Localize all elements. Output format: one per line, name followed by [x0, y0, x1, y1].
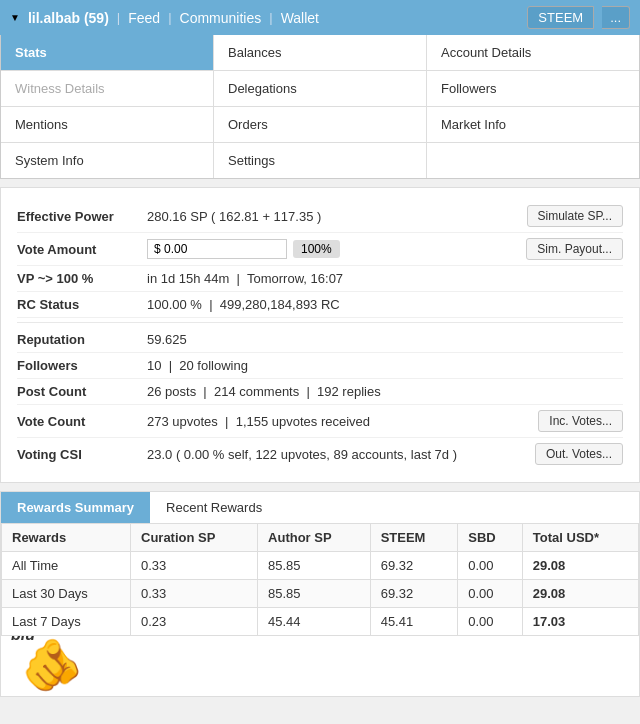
sim-payout-button[interactable]: Sim. Payout... [526, 238, 623, 260]
menu-row-1: Stats Balances Account Details [1, 35, 639, 71]
menu-stats[interactable]: Stats [1, 35, 214, 70]
cell-rewards-label: Last 7 Days [2, 608, 131, 636]
menu-system-info[interactable]: System Info [1, 143, 214, 178]
col-header-curation-sp: Curation SP [131, 524, 258, 552]
table-row: Last 30 Days 0.33 85.85 69.32 0.00 29.08 [2, 580, 639, 608]
cell-sbd: 0.00 [458, 608, 523, 636]
stat-value-followers: 10 | 20 following [147, 358, 623, 373]
menu-followers[interactable]: Followers [427, 71, 639, 106]
cell-author-sp: 85.85 [258, 580, 371, 608]
menu-account-details[interactable]: Account Details [427, 35, 639, 70]
stat-label-reputation: Reputation [17, 332, 147, 347]
menu-grid: Stats Balances Account Details Witness D… [0, 35, 640, 179]
rewards-table: Rewards Curation SP Author SP STEEM SBD … [1, 523, 639, 636]
vote-percent: 100% [293, 240, 340, 258]
vote-amount-input[interactable] [147, 239, 287, 259]
cell-curation-sp: 0.33 [131, 580, 258, 608]
more-button[interactable]: ... [602, 6, 630, 29]
recent-rewards-button[interactable]: Recent Rewards [150, 492, 278, 523]
menu-mentions[interactable]: Mentions [1, 107, 214, 142]
col-header-total-usd: Total USD* [522, 524, 638, 552]
cell-author-sp: 85.85 [258, 552, 371, 580]
stat-label-voting-csi: Voting CSI [17, 447, 147, 462]
stat-label-rc-status: RC Status [17, 297, 147, 312]
stat-value-effective-power: 280.16 SP ( 162.81 + 117.35 ) [147, 209, 519, 224]
col-header-steem: STEEM [370, 524, 458, 552]
cell-total-usd: 29.08 [522, 580, 638, 608]
stat-rc-status: RC Status 100.00 % | 499,280,184,893 RC [17, 292, 623, 318]
cell-rewards-label: Last 30 Days [2, 580, 131, 608]
cell-total-usd: 17.03 [522, 608, 638, 636]
stat-label-vp: VP ~> 100 % [17, 271, 147, 286]
vote-bar-wrap: 100% [147, 239, 518, 259]
stat-post-count: Post Count 26 posts | 214 comments | 192… [17, 379, 623, 405]
divider [17, 322, 623, 323]
nav-feed[interactable]: Feed [128, 10, 160, 26]
nav-communities[interactable]: Communities [180, 10, 262, 26]
stat-label-followers: Followers [17, 358, 147, 373]
cell-sbd: 0.00 [458, 580, 523, 608]
stat-value-vote-count: 273 upvotes | 1,155 upvotes received [147, 414, 530, 429]
stat-label-effective-power: Effective Power [17, 209, 147, 224]
cell-steem: 69.32 [370, 552, 458, 580]
stat-vote-amount: Vote Amount 100% Sim. Payout... [17, 233, 623, 266]
stat-label-vote-count: Vote Count [17, 414, 147, 429]
cell-steem: 45.41 [370, 608, 458, 636]
stat-effective-power: Effective Power 280.16 SP ( 162.81 + 117… [17, 200, 623, 233]
cell-rewards-label: All Time [2, 552, 131, 580]
menu-market-info[interactable]: Market Info [427, 107, 639, 142]
stat-vp: VP ~> 100 % in 1d 15h 44m | Tomorrow, 16… [17, 266, 623, 292]
stat-voting-csi: Voting CSI 23.0 ( 0.00 % self, 122 upvot… [17, 438, 623, 470]
menu-settings[interactable]: Settings [214, 143, 427, 178]
cell-total-usd: 29.08 [522, 552, 638, 580]
steem-button[interactable]: STEEM [527, 6, 594, 29]
nav-arrow: ▼ [10, 12, 20, 23]
cell-steem: 69.32 [370, 580, 458, 608]
cell-author-sp: 45.44 [258, 608, 371, 636]
stat-label-post-count: Post Count [17, 384, 147, 399]
col-header-author-sp: Author SP [258, 524, 371, 552]
stats-section: Effective Power 280.16 SP ( 162.81 + 117… [0, 187, 640, 483]
stat-reputation: Reputation 59.625 [17, 327, 623, 353]
stat-value-vp: in 1d 15h 44m | Tomorrow, 16:07 [147, 271, 623, 286]
nav-wallet[interactable]: Wallet [281, 10, 319, 26]
rewards-title: Rewards Summary [1, 492, 150, 523]
menu-delegations[interactable]: Delegations [214, 71, 427, 106]
col-header-sbd: SBD [458, 524, 523, 552]
stat-value-rc-status: 100.00 % | 499,280,184,893 RC [147, 297, 623, 312]
rewards-section: Rewards Summary Recent Rewards Rewards C… [0, 491, 640, 697]
table-row: Last 7 Days 0.23 45.44 45.41 0.00 17.03 [2, 608, 639, 636]
top-nav: ▼ lil.albab (59) | Feed | Communities | … [0, 0, 640, 35]
menu-row-2: Witness Details Delegations Followers [1, 71, 639, 107]
inc-votes-button[interactable]: Inc. Votes... [538, 410, 623, 432]
mascot-area: biu~ 🫵 [1, 636, 639, 696]
menu-row-3: Mentions Orders Market Info [1, 107, 639, 143]
simulate-sp-button[interactable]: Simulate SP... [527, 205, 623, 227]
stat-value-reputation: 59.625 [147, 332, 623, 347]
rewards-header: Rewards Summary Recent Rewards [1, 492, 639, 523]
username[interactable]: lil.albab (59) [28, 10, 109, 26]
out-votes-button[interactable]: Out. Votes... [535, 443, 623, 465]
hand-icon: 🫵 [21, 636, 83, 694]
menu-row-4: System Info Settings [1, 143, 639, 178]
stat-label-vote-amount: Vote Amount [17, 242, 147, 257]
stat-followers: Followers 10 | 20 following [17, 353, 623, 379]
stat-vote-count: Vote Count 273 upvotes | 1,155 upvotes r… [17, 405, 623, 438]
table-row: All Time 0.33 85.85 69.32 0.00 29.08 [2, 552, 639, 580]
cell-curation-sp: 0.33 [131, 552, 258, 580]
menu-orders[interactable]: Orders [214, 107, 427, 142]
col-header-rewards: Rewards [2, 524, 131, 552]
stat-value-post-count: 26 posts | 214 comments | 192 replies [147, 384, 623, 399]
cell-sbd: 0.00 [458, 552, 523, 580]
menu-balances[interactable]: Balances [214, 35, 427, 70]
cell-curation-sp: 0.23 [131, 608, 258, 636]
menu-witness-details: Witness Details [1, 71, 214, 106]
stat-value-voting-csi: 23.0 ( 0.00 % self, 122 upvotes, 89 acco… [147, 447, 527, 462]
